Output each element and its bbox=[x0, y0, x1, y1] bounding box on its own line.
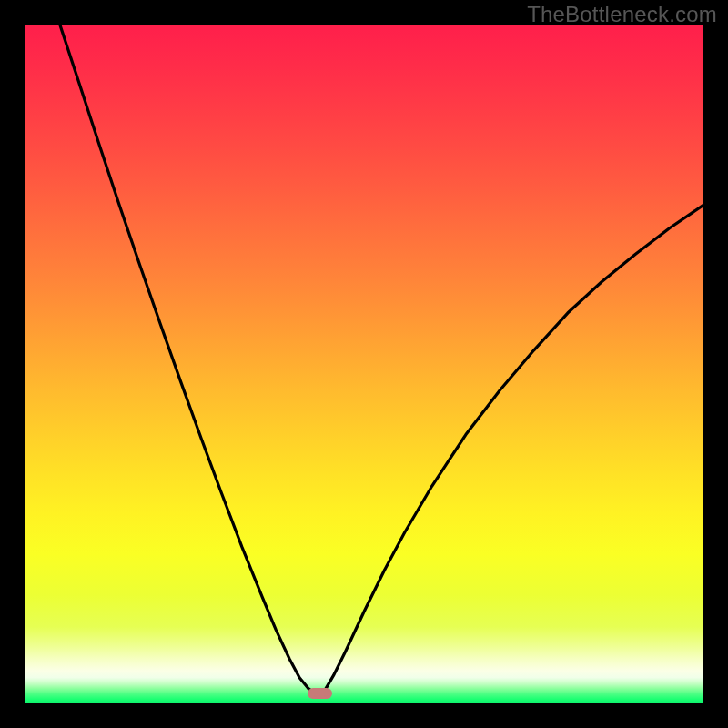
gradient-background bbox=[25, 25, 703, 703]
watermark-text: TheBottleneck.com bbox=[527, 2, 717, 27]
plot-area bbox=[25, 25, 703, 703]
chart-frame: TheBottleneck.com bbox=[0, 0, 728, 728]
plot-svg bbox=[25, 25, 703, 703]
minimum-marker bbox=[308, 688, 332, 699]
